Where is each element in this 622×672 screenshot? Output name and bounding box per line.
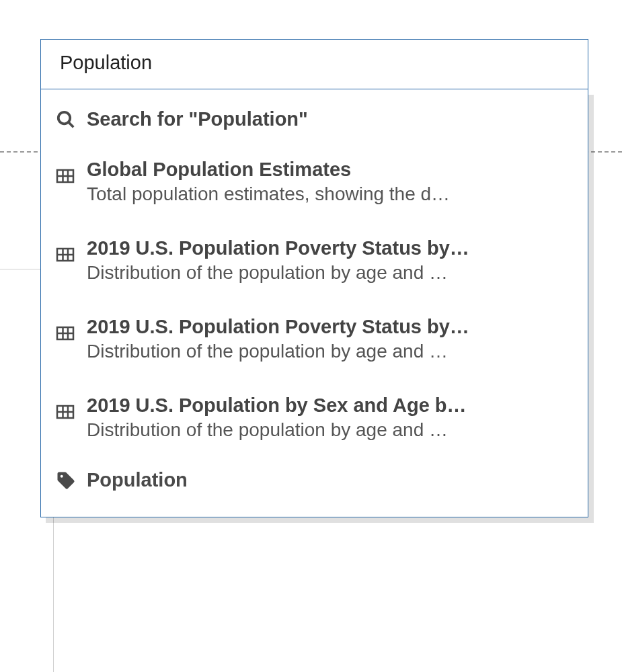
result-title: Global Population Estimates: [87, 159, 569, 181]
result-title: 2019 U.S. Population by Sex and Age b…: [87, 394, 569, 417]
tag-icon: [56, 470, 81, 491]
table-icon: [56, 168, 81, 184]
tag-label: Population: [87, 469, 569, 491]
search-action-item[interactable]: Search for "Population": [41, 96, 588, 142]
result-item[interactable]: 2019 U.S. Population by Sex and Age b… D…: [41, 378, 588, 457]
result-item[interactable]: Global Population Estimates Total popula…: [41, 142, 588, 221]
result-description: Distribution of the population by age an…: [87, 419, 569, 441]
result-item[interactable]: 2019 U.S. Population Poverty Status by… …: [41, 300, 588, 378]
autocomplete-dropdown: Search for "Population" Global Populatio…: [40, 89, 588, 517]
table-icon: [56, 325, 81, 341]
tag-item[interactable]: Population: [41, 457, 588, 503]
search-input[interactable]: [40, 39, 588, 89]
svg-point-18: [61, 474, 63, 477]
table-icon: [56, 247, 81, 263]
svg-line-1: [69, 122, 74, 127]
search-icon: [56, 110, 81, 130]
table-icon: [56, 404, 81, 420]
result-description: Distribution of the population by age an…: [87, 341, 569, 362]
result-title: 2019 U.S. Population Poverty Status by…: [87, 237, 569, 259]
search-action-label: Search for "Population": [87, 108, 569, 130]
result-item[interactable]: 2019 U.S. Population Poverty Status by… …: [41, 221, 588, 300]
search-autocomplete: Search for "Population" Global Populatio…: [40, 39, 588, 517]
result-description: Total population estimates, showing the …: [87, 183, 569, 205]
svg-point-0: [59, 112, 71, 124]
result-description: Distribution of the population by age an…: [87, 262, 569, 284]
result-title: 2019 U.S. Population Poverty Status by…: [87, 316, 569, 338]
